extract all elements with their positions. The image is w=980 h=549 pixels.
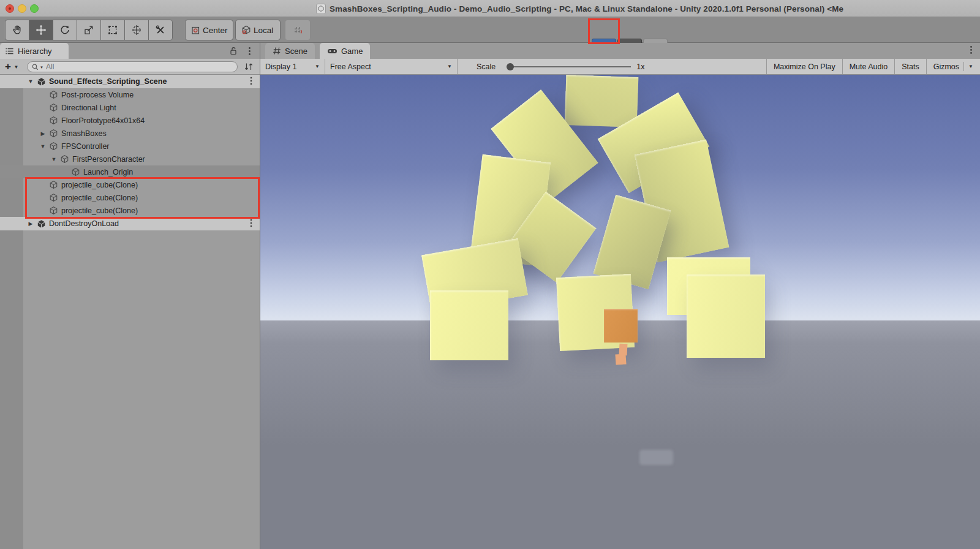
chevron-down-icon: ▼ <box>442 64 452 69</box>
orange-cube <box>604 309 638 343</box>
hierarchy-item-row[interactable]: Directional Light <box>0 101 260 114</box>
gizmos-dropdown[interactable]: Gizmos ▼ <box>926 59 980 74</box>
unity-editor-window: SmashBoxes_Scripting_Audio - Demo_Audio_… <box>0 0 980 549</box>
title-area: SmashBoxes_Scripting_Audio - Demo_Audio_… <box>316 0 980 17</box>
game-view[interactable] <box>260 75 980 549</box>
mute-audio-button[interactable]: Mute Audio <box>842 59 895 74</box>
workspace: Hierarchy + ▼ ▼ ▼Sound_Effects_Scripting… <box>0 43 980 549</box>
custom-tool-button[interactable] <box>148 20 173 40</box>
hierarchy-panel: Hierarchy + ▼ ▼ ▼Sound_Effects_Scripting… <box>0 43 260 549</box>
foldout-arrow-icon[interactable]: ▶ <box>26 221 36 227</box>
cube-fragment <box>615 354 626 365</box>
tab-hierarchy[interactable]: Hierarchy <box>0 43 69 59</box>
transform-tool-button[interactable] <box>124 20 149 40</box>
foldout-arrow-icon[interactable]: ▶ <box>38 131 48 137</box>
foldout-arrow-icon[interactable]: ▼ <box>38 143 48 150</box>
aspect-dropdown[interactable]: Free Aspect ▼ <box>325 59 458 74</box>
gizmos-label: Gizmos <box>933 62 959 71</box>
maximize-on-play-label: Maximize On Play <box>774 62 835 71</box>
display-dropdown[interactable]: Display 1 ▼ <box>260 59 325 74</box>
row-kebab-icon[interactable] <box>250 77 252 85</box>
foldout-arrow-icon[interactable]: ▼ <box>49 156 59 162</box>
row-label: FloorPrototype64x01x64 <box>61 116 145 125</box>
gameobject-cube-icon <box>48 193 59 203</box>
scene-tab-label: Scene <box>285 47 307 56</box>
hierarchy-item-row[interactable]: ▶SmashBoxes <box>0 127 260 140</box>
hierarchy-item-row[interactable]: projectile_cube(Clone) <box>0 178 260 191</box>
close-window-button[interactable] <box>6 4 14 13</box>
row-label: FPSController <box>61 142 110 151</box>
maximize-on-play-button[interactable]: Maximize On Play <box>766 59 842 74</box>
hierarchy-item-row[interactable]: Post-process Volume <box>0 88 260 101</box>
orientation-label: Local <box>254 26 273 35</box>
hierarchy-item-row[interactable]: projectile_cube(Clone) <box>0 191 260 204</box>
tab-game[interactable]: Game <box>320 43 370 59</box>
orientation-local-button[interactable]: Local <box>235 20 281 40</box>
move-icon <box>36 25 47 36</box>
projectile-cube <box>687 274 765 358</box>
hierarchy-item-row[interactable]: Launch_Origin <box>0 165 260 178</box>
gameobject-cube-icon <box>48 116 59 126</box>
hierarchy-scene-row[interactable]: ▶DontDestroyOnLoad <box>0 217 260 230</box>
scene-grid-icon <box>273 47 281 55</box>
lock-icon[interactable] <box>228 45 239 56</box>
stats-button[interactable]: Stats <box>894 59 926 74</box>
scale-label: Scale <box>477 62 496 71</box>
display-label: Display 1 <box>265 62 296 71</box>
hierarchy-item-row[interactable]: projectile_cube(Clone) <box>0 204 260 217</box>
hierarchy-search-row: + ▼ ▼ <box>0 59 260 75</box>
move-tool-button[interactable] <box>29 20 53 40</box>
scale-value: 1x <box>636 62 644 71</box>
aspect-label: Free Aspect <box>330 62 371 71</box>
row-label: SmashBoxes <box>61 129 107 138</box>
pivot-center-button[interactable]: Center <box>185 20 233 40</box>
gameobject-cube-icon <box>48 180 59 190</box>
game-menu-kebab-icon[interactable] <box>970 45 973 55</box>
scale-slider[interactable] <box>507 62 631 71</box>
add-gameobject-button[interactable]: + ▼ <box>5 60 23 74</box>
scale-slider-track <box>507 66 631 67</box>
row-label: projectile_cube(Clone) <box>61 181 138 189</box>
gameobject-cube-icon <box>48 90 59 100</box>
search-input[interactable] <box>46 62 233 72</box>
gameobject-cube-icon <box>59 154 70 164</box>
projectile-cube <box>430 290 508 360</box>
hierarchy-item-row[interactable]: ▼FirstPersonCharacter <box>0 153 260 165</box>
grid-snap-icon <box>293 25 303 36</box>
gameobject-cube-icon <box>48 206 59 216</box>
search-icon: ▼ <box>31 63 43 71</box>
hierarchy-item-row[interactable]: FloorPrototype64x01x64 <box>0 114 260 127</box>
unity-scene-icon <box>36 77 47 86</box>
row-kebab-icon[interactable] <box>250 219 252 227</box>
game-panel: Scene Game Display 1 ▼ Free Aspect ▼ <box>260 43 980 549</box>
scale-tool-button[interactable] <box>77 20 101 40</box>
hierarchy-search-field: ▼ <box>27 61 238 72</box>
hierarchy-scene-row[interactable]: ▼Sound_Effects_Scripting_Scene <box>0 75 260 88</box>
custom-tools-icon <box>155 25 166 36</box>
tab-scene[interactable]: Scene <box>265 43 315 59</box>
hierarchy-item-row[interactable]: ▼FPSController <box>0 140 260 153</box>
maximize-window-button[interactable] <box>30 4 39 13</box>
gameobject-cube-icon <box>70 167 81 177</box>
foldout-arrow-icon[interactable]: ▼ <box>26 78 36 85</box>
sort-toggle-button[interactable] <box>241 61 256 73</box>
hand-tool-button[interactable] <box>5 20 29 40</box>
scale-slider-knob[interactable] <box>507 63 514 70</box>
gamepad-icon <box>327 47 337 55</box>
grid-snap-button[interactable] <box>285 20 311 40</box>
game-tab-label: Game <box>341 47 363 56</box>
rect-tool-button[interactable] <box>100 20 125 40</box>
row-label: projectile_cube(Clone) <box>61 194 138 202</box>
game-tab-bar: Scene Game <box>260 43 980 59</box>
document-icon <box>316 4 326 14</box>
row-label: projectile_cube(Clone) <box>61 206 138 215</box>
minimize-window-button[interactable] <box>18 4 26 13</box>
hierarchy-menu-kebab-icon[interactable] <box>244 45 255 56</box>
scale-control: Scale 1x <box>458 59 766 74</box>
gameobject-cube-icon <box>48 103 59 113</box>
main-toolbar: Center Local <box>0 17 980 43</box>
pivot-label: Center <box>203 26 228 35</box>
transform-icon <box>131 25 142 36</box>
mute-audio-label: Mute Audio <box>850 62 888 71</box>
rotate-tool-button[interactable] <box>53 20 77 40</box>
